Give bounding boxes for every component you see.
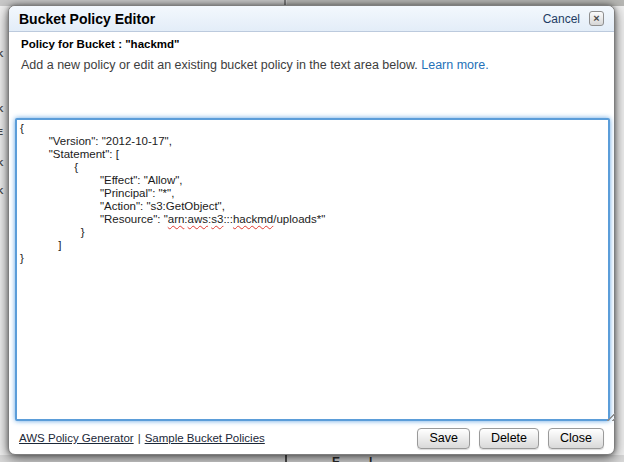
- description-text: Add a new policy or edit an existing buc…: [21, 58, 418, 72]
- sample-bucket-policies-link[interactable]: Sample Bucket Policies: [145, 432, 265, 444]
- close-icon[interactable]: ×: [589, 11, 604, 26]
- background-column-divider-bottom: [285, 455, 287, 462]
- background-text-fragment: K: [0, 186, 4, 196]
- dialog-header: Bucket Policy Editor Cancel ×: [9, 6, 614, 32]
- delete-button[interactable]: Delete: [479, 428, 539, 449]
- policy-for-bucket-label: Policy for Bucket : "hackmd": [21, 38, 180, 50]
- learn-more-link[interactable]: Learn more.: [421, 58, 488, 72]
- background-text-fragment: l: [369, 455, 372, 462]
- bucket-policy-editor-dialog: Bucket Policy Editor Cancel × Policy for…: [8, 5, 615, 455]
- aws-policy-generator-link[interactable]: AWS Policy Generator: [19, 432, 134, 444]
- dialog-description: Add a new policy or edit an existing buc…: [21, 58, 489, 72]
- cancel-link[interactable]: Cancel: [543, 12, 580, 26]
- background-text-fragment: E: [332, 455, 340, 462]
- background-text-fragment: K: [0, 158, 4, 168]
- background-bottom-strip: E l: [0, 455, 624, 462]
- save-button[interactable]: Save: [417, 428, 470, 449]
- background-text-fragment: E: [0, 127, 3, 137]
- link-separator: |: [138, 432, 141, 444]
- close-button[interactable]: Close: [548, 428, 604, 449]
- background-text-fragment: K: [0, 49, 4, 59]
- dialog-title: Bucket Policy Editor: [19, 11, 543, 27]
- policy-textarea[interactable]: { "Version": "2012-10-17", "Statement": …: [15, 118, 610, 421]
- dialog-footer: AWS Policy Generator | Sample Bucket Pol…: [9, 427, 614, 449]
- background-text-fragment: K: [0, 104, 4, 114]
